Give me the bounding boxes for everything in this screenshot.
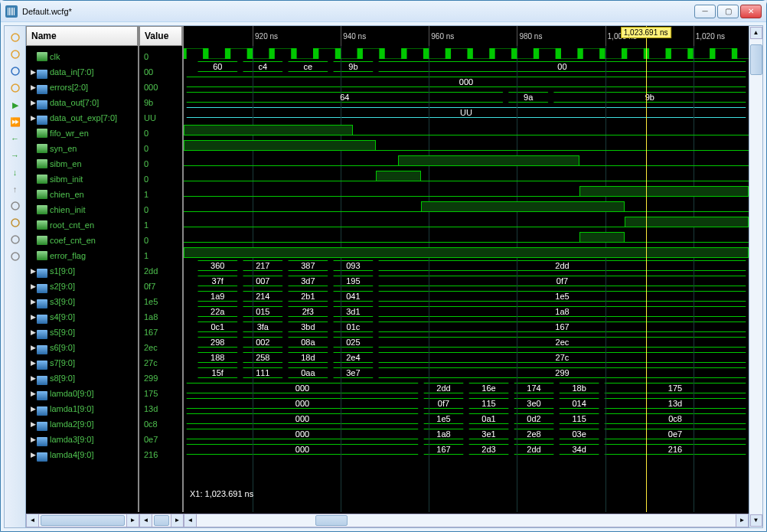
signal-row[interactable]: ▶lamda4[9:0]	[26, 447, 138, 462]
signal-row[interactable]: ▶s5[9:0]	[26, 325, 138, 340]
signal-value[interactable]: 299	[139, 370, 182, 386]
waveform-row[interactable]	[184, 153, 749, 168]
signal-row[interactable]: ▶data_out[7:0]	[26, 95, 138, 110]
expand-toggle[interactable]: ▶	[29, 374, 37, 382]
name-header[interactable]: Name	[26, 26, 138, 46]
signal-value[interactable]: 1e5	[139, 294, 182, 309]
signal-value[interactable]: 0c8	[139, 416, 182, 432]
time-ruler[interactable]: 920 ns940 ns960 ns980 ns1,000 ns1,020 ns…	[184, 26, 749, 46]
waveform-row[interactable]	[184, 214, 749, 230]
signal-value[interactable]: 13d	[139, 401, 182, 416]
scroll-up-button[interactable]: ▲	[750, 27, 762, 39]
signal-row[interactable]: ▶s3[9:0]	[26, 294, 138, 309]
value-header[interactable]: Value	[139, 26, 182, 46]
scroll-right-button[interactable]: ►	[171, 514, 183, 527]
zoom-in-icon[interactable]	[8, 31, 22, 44]
expand-toggle[interactable]: ▶	[29, 99, 37, 106]
signal-row[interactable]: error_flag	[26, 248, 138, 263]
signal-value[interactable]: 2ec	[139, 340, 182, 355]
expand-toggle[interactable]: ▶	[29, 68, 37, 76]
up-icon[interactable]: ↑	[8, 182, 22, 196]
signal-row[interactable]: ▶lamda2[9:0]	[26, 416, 138, 432]
expand-toggle[interactable]: ▶	[29, 282, 37, 290]
waveform-row[interactable]	[184, 122, 749, 138]
waveform-row[interactable]	[184, 199, 749, 214]
waveform-row[interactable]: 18825818d2e427c	[184, 352, 749, 367]
titlebar[interactable]: Default.wcfg* ─ ▢ ✕	[1, 1, 766, 22]
signal-row[interactable]: ▶lamda0[9:0]	[26, 386, 138, 401]
signal-value[interactable]: 2dd	[139, 263, 182, 279]
signal-row[interactable]: fifo_wr_en	[26, 126, 138, 141]
maximize-button[interactable]: ▢	[717, 5, 739, 18]
signal-value[interactable]: 1	[139, 248, 182, 263]
ruler-icon[interactable]	[8, 233, 22, 246]
signal-value[interactable]: 27c	[139, 355, 182, 370]
waveform-row[interactable]: 1a92142b10411e5	[184, 291, 749, 306]
marker-a-icon[interactable]	[8, 199, 22, 213]
waveform-row[interactable]: 0000f71153e001413d	[184, 398, 749, 413]
expand-toggle[interactable]: ▶	[29, 420, 37, 428]
zoom-range-icon[interactable]	[8, 81, 22, 95]
waveform-row[interactable]: 000	[184, 77, 749, 92]
signal-value[interactable]: 00	[139, 64, 182, 80]
signal-value[interactable]: 1a8	[139, 309, 182, 325]
zoom-out-icon[interactable]	[8, 47, 22, 61]
signal-value[interactable]: 175	[139, 386, 182, 401]
scroll-right-button[interactable]: ►	[736, 514, 748, 527]
close-button[interactable]: ✕	[740, 5, 762, 18]
waveform-panel[interactable]: 920 ns940 ns960 ns980 ns1,000 ns1,020 ns…	[184, 26, 749, 512]
signal-row[interactable]: chien_en	[26, 187, 138, 202]
step-icon[interactable]: ⏩	[8, 115, 22, 129]
name-scroll-track[interactable]	[39, 514, 126, 527]
expand-toggle[interactable]: ▶	[29, 359, 37, 367]
waveform-row[interactable]: 0002dd16e17418b175	[184, 383, 749, 398]
waveform-row[interactable]: 3602173870932dd	[184, 260, 749, 276]
waveform-row[interactable]: 29800208a0252ec	[184, 337, 749, 352]
signal-value[interactable]: 9b	[139, 95, 182, 110]
vertical-scrollbar[interactable]: ▲ ▼	[749, 26, 762, 527]
cursor-flag[interactable]: 1,023.691 ns	[621, 27, 671, 38]
waveform-row[interactable]: 22a0152f33d11a8	[184, 306, 749, 321]
value-scroll-track[interactable]	[152, 514, 171, 527]
signal-value[interactable]: 0e7	[139, 432, 182, 447]
back-icon[interactable]: ←	[8, 132, 22, 145]
signal-value[interactable]: UU	[139, 110, 182, 126]
signal-value[interactable]: 0	[139, 49, 182, 64]
scroll-left-button[interactable]: ◄	[184, 514, 197, 527]
scroll-down-button[interactable]: ▼	[750, 514, 762, 527]
minimize-button[interactable]: ─	[694, 5, 716, 18]
waveform-row[interactable]: 0001672d32dd34d216	[184, 444, 749, 459]
wave-scroll-track[interactable]	[197, 514, 736, 527]
waveform-row[interactable]: 37f0073d71950f7	[184, 276, 749, 291]
marker-b-icon[interactable]	[8, 216, 22, 230]
waveform-row[interactable]: 0c13fa3bd01c167	[184, 321, 749, 337]
waveform-row[interactable]: 649a9b	[184, 92, 749, 107]
expand-toggle[interactable]: ▶	[29, 298, 37, 305]
waveform-row[interactable]: 15f1110aa3e7299	[184, 367, 749, 383]
signal-row[interactable]: ▶lamda3[9:0]	[26, 432, 138, 447]
signal-row[interactable]: ▶s6[9:0]	[26, 340, 138, 355]
scroll-thumb[interactable]	[315, 515, 348, 526]
signal-value[interactable]: 167	[139, 325, 182, 340]
signal-value[interactable]: 0	[139, 141, 182, 156]
signal-row[interactable]: sibm_en	[26, 156, 138, 171]
waveform-row[interactable]	[184, 184, 749, 199]
signal-row[interactable]: coef_cnt_en	[26, 233, 138, 248]
expand-toggle[interactable]: ▶	[29, 436, 37, 443]
signal-value[interactable]: 0	[139, 233, 182, 248]
waveform-row[interactable]	[184, 46, 749, 61]
waveform-row[interactable]: 60c4ce9b00	[184, 61, 749, 77]
expand-toggle[interactable]: ▶	[29, 114, 37, 122]
waveform-row[interactable]: 0001e50a10d21150c8	[184, 413, 749, 429]
signal-row[interactable]: chien_init	[26, 202, 138, 217]
waveform-row[interactable]: 0001a83e12e803e0e7	[184, 429, 749, 444]
signal-value[interactable]: 0	[139, 156, 182, 171]
signal-value[interactable]: 1	[139, 187, 182, 202]
waveform-row[interactable]	[184, 168, 749, 184]
vscroll-track[interactable]	[750, 40, 762, 514]
waveform-row[interactable]: UU	[184, 107, 749, 122]
signal-row[interactable]: ▶s2[9:0]	[26, 279, 138, 294]
expand-toggle[interactable]: ▶	[29, 83, 37, 91]
scroll-left-button[interactable]: ◄	[27, 514, 39, 527]
signal-value[interactable]: 0	[139, 171, 182, 187]
